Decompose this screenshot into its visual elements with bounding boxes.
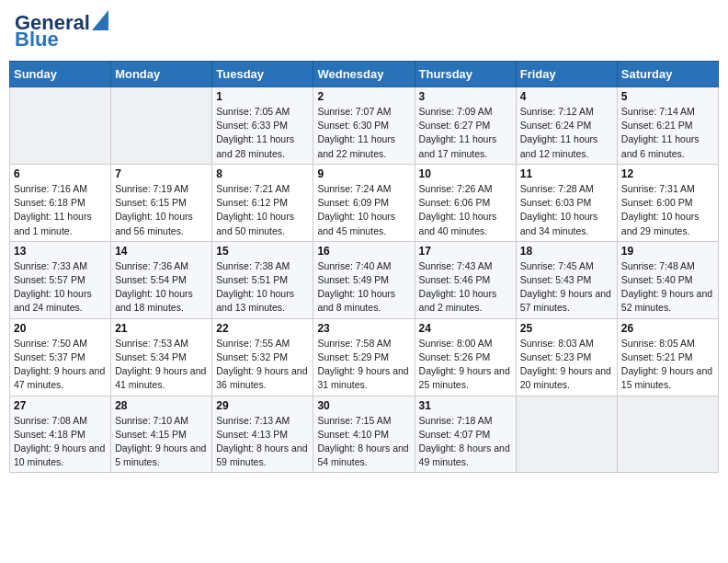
calendar-cell: 28Sunrise: 7:10 AM Sunset: 4:15 PM Dayli… (111, 396, 212, 473)
day-info: Sunrise: 8:00 AM Sunset: 5:26 PM Dayligh… (419, 337, 512, 393)
day-number: 19 (621, 245, 714, 258)
day-info: Sunrise: 7:19 AM Sunset: 6:15 PM Dayligh… (115, 182, 208, 238)
calendar-cell: 18Sunrise: 7:45 AM Sunset: 5:43 PM Dayli… (516, 241, 617, 318)
calendar-cell: 30Sunrise: 7:15 AM Sunset: 4:10 PM Dayli… (313, 396, 415, 473)
weekday-header-saturday: Saturday (617, 62, 718, 87)
calendar-cell: 13Sunrise: 7:33 AM Sunset: 5:57 PM Dayli… (10, 241, 111, 318)
day-number: 11 (520, 167, 613, 180)
day-info: Sunrise: 7:58 AM Sunset: 5:29 PM Dayligh… (317, 337, 410, 393)
day-number: 4 (520, 90, 613, 103)
day-info: Sunrise: 7:55 AM Sunset: 5:32 PM Dayligh… (216, 337, 309, 393)
day-info: Sunrise: 7:07 AM Sunset: 6:30 PM Dayligh… (317, 105, 410, 161)
calendar-cell: 31Sunrise: 7:18 AM Sunset: 4:07 PM Dayli… (415, 396, 516, 473)
day-info: Sunrise: 7:36 AM Sunset: 5:54 PM Dayligh… (115, 259, 208, 316)
day-info: Sunrise: 7:08 AM Sunset: 4:18 PM Dayligh… (14, 414, 107, 470)
calendar-cell (10, 87, 111, 165)
day-info: Sunrise: 7:15 AM Sunset: 4:10 PM Dayligh… (317, 414, 410, 470)
calendar-table: SundayMondayTuesdayWednesdayThursdayFrid… (9, 61, 719, 473)
day-number: 28 (115, 399, 208, 412)
day-number: 17 (419, 245, 512, 258)
day-info: Sunrise: 7:33 AM Sunset: 5:57 PM Dayligh… (14, 259, 107, 316)
calendar-cell: 3Sunrise: 7:09 AM Sunset: 6:27 PM Daylig… (415, 87, 516, 165)
day-number: 15 (216, 245, 309, 258)
calendar-cell: 27Sunrise: 7:08 AM Sunset: 4:18 PM Dayli… (10, 396, 111, 473)
logo: General Blue (15, 13, 108, 50)
day-info: Sunrise: 7:53 AM Sunset: 5:34 PM Dayligh… (115, 337, 208, 393)
day-info: Sunrise: 7:16 AM Sunset: 6:18 PM Dayligh… (14, 182, 107, 238)
calendar-cell: 19Sunrise: 7:48 AM Sunset: 5:40 PM Dayli… (617, 241, 718, 318)
day-info: Sunrise: 7:38 AM Sunset: 5:51 PM Dayligh… (216, 259, 309, 316)
calendar-cell: 5Sunrise: 7:14 AM Sunset: 6:21 PM Daylig… (617, 87, 718, 165)
day-number: 22 (216, 322, 309, 335)
day-number: 1 (216, 90, 309, 103)
calendar-cell: 16Sunrise: 7:40 AM Sunset: 5:49 PM Dayli… (313, 241, 415, 318)
calendar-cell: 23Sunrise: 7:58 AM Sunset: 5:29 PM Dayli… (313, 318, 415, 396)
day-number: 6 (14, 167, 107, 180)
day-info: Sunrise: 7:28 AM Sunset: 6:03 PM Dayligh… (520, 182, 613, 238)
weekday-header-tuesday: Tuesday (212, 62, 313, 87)
calendar-cell: 24Sunrise: 8:00 AM Sunset: 5:26 PM Dayli… (415, 318, 516, 396)
calendar-cell: 17Sunrise: 7:43 AM Sunset: 5:46 PM Dayli… (415, 241, 516, 318)
day-number: 12 (621, 167, 714, 180)
day-number: 14 (115, 245, 208, 258)
logo-bird-icon (92, 10, 108, 30)
day-info: Sunrise: 7:21 AM Sunset: 6:12 PM Dayligh… (216, 182, 309, 238)
day-info: Sunrise: 7:50 AM Sunset: 5:37 PM Dayligh… (14, 337, 107, 393)
calendar-cell: 21Sunrise: 7:53 AM Sunset: 5:34 PM Dayli… (111, 318, 212, 396)
day-number: 31 (419, 399, 512, 412)
calendar-cell: 14Sunrise: 7:36 AM Sunset: 5:54 PM Dayli… (111, 241, 212, 318)
day-number: 7 (115, 167, 208, 180)
weekday-header-monday: Monday (111, 62, 212, 87)
day-number: 24 (419, 322, 512, 335)
page-header: General Blue (9, 9, 719, 53)
day-info: Sunrise: 7:18 AM Sunset: 4:07 PM Dayligh… (419, 414, 512, 470)
calendar-cell: 8Sunrise: 7:21 AM Sunset: 6:12 PM Daylig… (212, 164, 313, 241)
day-number: 30 (317, 399, 410, 412)
day-number: 8 (216, 167, 309, 180)
day-info: Sunrise: 8:03 AM Sunset: 5:23 PM Dayligh… (520, 337, 613, 393)
day-number: 10 (419, 167, 512, 180)
logo-text-blue: Blue (15, 29, 59, 50)
day-info: Sunrise: 7:13 AM Sunset: 4:13 PM Dayligh… (216, 414, 309, 470)
calendar-cell: 11Sunrise: 7:28 AM Sunset: 6:03 PM Dayli… (516, 164, 617, 241)
calendar-cell (617, 396, 718, 473)
calendar-cell: 15Sunrise: 7:38 AM Sunset: 5:51 PM Dayli… (212, 241, 313, 318)
day-number: 26 (621, 322, 714, 335)
day-number: 27 (14, 399, 107, 412)
day-info: Sunrise: 7:43 AM Sunset: 5:46 PM Dayligh… (419, 259, 512, 316)
svg-marker-0 (92, 10, 108, 30)
day-info: Sunrise: 7:40 AM Sunset: 5:49 PM Dayligh… (317, 259, 410, 316)
calendar-cell: 26Sunrise: 8:05 AM Sunset: 5:21 PM Dayli… (617, 318, 718, 396)
weekday-header-sunday: Sunday (10, 62, 111, 87)
calendar-cell: 22Sunrise: 7:55 AM Sunset: 5:32 PM Dayli… (212, 318, 313, 396)
day-number: 13 (14, 245, 107, 258)
day-number: 25 (520, 322, 613, 335)
day-number: 21 (115, 322, 208, 335)
day-number: 18 (520, 245, 613, 258)
calendar-cell: 25Sunrise: 8:03 AM Sunset: 5:23 PM Dayli… (516, 318, 617, 396)
calendar-cell: 2Sunrise: 7:07 AM Sunset: 6:30 PM Daylig… (313, 87, 415, 165)
day-number: 9 (317, 167, 410, 180)
day-number: 29 (216, 399, 309, 412)
day-info: Sunrise: 8:05 AM Sunset: 5:21 PM Dayligh… (621, 337, 714, 393)
day-info: Sunrise: 7:26 AM Sunset: 6:06 PM Dayligh… (419, 182, 512, 238)
day-info: Sunrise: 7:24 AM Sunset: 6:09 PM Dayligh… (317, 182, 410, 238)
calendar-cell (516, 396, 617, 473)
calendar-cell: 10Sunrise: 7:26 AM Sunset: 6:06 PM Dayli… (415, 164, 516, 241)
day-number: 2 (317, 90, 410, 103)
day-info: Sunrise: 7:09 AM Sunset: 6:27 PM Dayligh… (419, 105, 512, 161)
calendar-cell: 1Sunrise: 7:05 AM Sunset: 6:33 PM Daylig… (212, 87, 313, 165)
calendar-cell: 9Sunrise: 7:24 AM Sunset: 6:09 PM Daylig… (313, 164, 415, 241)
calendar-cell: 29Sunrise: 7:13 AM Sunset: 4:13 PM Dayli… (212, 396, 313, 473)
calendar-cell: 7Sunrise: 7:19 AM Sunset: 6:15 PM Daylig… (111, 164, 212, 241)
day-info: Sunrise: 7:48 AM Sunset: 5:40 PM Dayligh… (621, 259, 714, 316)
day-number: 20 (14, 322, 107, 335)
calendar-cell: 20Sunrise: 7:50 AM Sunset: 5:37 PM Dayli… (10, 318, 111, 396)
day-info: Sunrise: 7:10 AM Sunset: 4:15 PM Dayligh… (115, 414, 208, 470)
calendar-header: SundayMondayTuesdayWednesdayThursdayFrid… (10, 62, 719, 87)
day-info: Sunrise: 7:45 AM Sunset: 5:43 PM Dayligh… (520, 259, 613, 316)
day-info: Sunrise: 7:05 AM Sunset: 6:33 PM Dayligh… (216, 105, 309, 161)
day-number: 16 (317, 245, 410, 258)
day-number: 3 (419, 90, 512, 103)
weekday-header-friday: Friday (516, 62, 617, 87)
